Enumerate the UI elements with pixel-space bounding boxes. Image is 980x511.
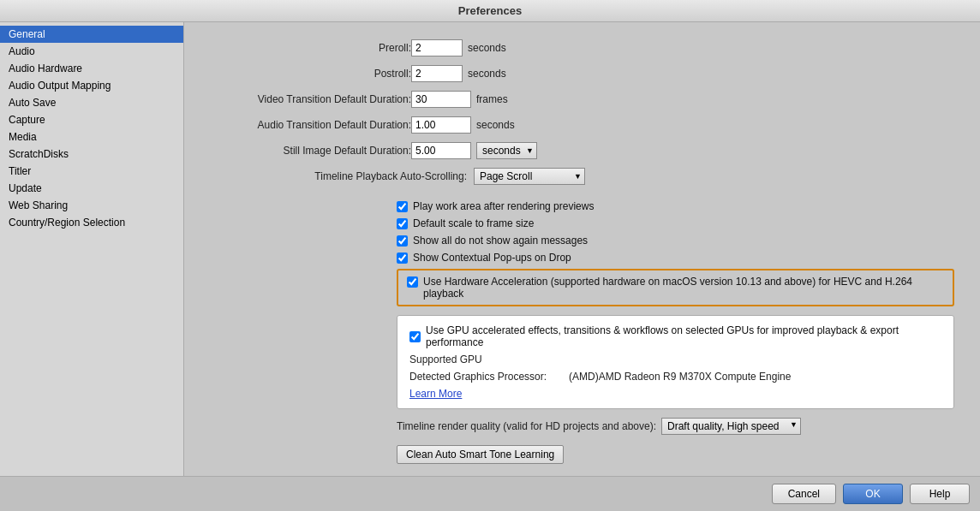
postroll-unit: seconds xyxy=(468,68,506,80)
cb2-checkbox[interactable] xyxy=(397,218,408,229)
tpa-row: Timeline Playback Auto-Scrolling: Page S… xyxy=(201,168,954,185)
cb2-label: Default scale to frame size xyxy=(413,217,534,229)
help-button[interactable]: Help xyxy=(910,484,970,504)
learn-more-link[interactable]: Learn More xyxy=(409,388,462,400)
cb3-row: Show all do not show again messages xyxy=(397,235,954,247)
gpu-box: Use GPU accelerated effects, transitions… xyxy=(397,315,954,409)
cb2-row: Default scale to frame size xyxy=(397,217,954,229)
gpu-cb-row: Use GPU accelerated effects, transitions… xyxy=(409,324,941,348)
cb5-label: Use Hardware Acceleration (supported har… xyxy=(423,276,944,300)
preroll-row: Preroll: seconds xyxy=(201,39,954,56)
render-quality-dropdown[interactable]: Draft quality, High speed Best quality ▼ xyxy=(661,418,801,435)
tpa-dropdown[interactable]: Page Scroll No Scroll Smooth Scroll ▼ xyxy=(474,168,585,185)
preroll-input[interactable] xyxy=(411,39,463,56)
cb4-row: Show Contextual Pop-ups on Drop xyxy=(397,252,954,264)
sid-unit-select[interactable]: seconds frames xyxy=(476,142,537,159)
cb1-label: Play work area after rendering previews xyxy=(413,200,594,212)
vtd-unit: frames xyxy=(476,93,508,105)
postroll-input[interactable] xyxy=(411,65,463,82)
sidebar-item-update[interactable]: Update xyxy=(0,180,183,197)
detected-row: Detected Graphics Processor: (AMD)AMD Ra… xyxy=(409,371,941,383)
atd-unit: seconds xyxy=(476,119,515,131)
sid-row: Still Image Default Duration: seconds fr… xyxy=(201,142,954,159)
sidebar-item-media[interactable]: Media xyxy=(0,128,183,146)
sidebar-item-audio[interactable]: Audio xyxy=(0,43,183,60)
sidebar-item-country-region-selection[interactable]: Country/Region Selection xyxy=(0,214,183,231)
sidebar-item-capture[interactable]: Capture xyxy=(0,111,183,128)
vtd-input[interactable] xyxy=(411,91,471,108)
cb3-checkbox[interactable] xyxy=(397,235,408,247)
sid-unit-dropdown[interactable]: seconds frames ▼ xyxy=(476,142,537,159)
postroll-row: Postroll: seconds xyxy=(201,65,954,82)
cb1-checkbox[interactable] xyxy=(397,201,408,212)
atd-label: Audio Transition Default Duration: xyxy=(201,119,411,131)
atd-input[interactable] xyxy=(411,116,471,134)
postroll-label: Postroll: xyxy=(201,68,411,80)
window-title: Preferences xyxy=(458,4,522,17)
ok-button[interactable]: OK xyxy=(843,484,903,504)
atd-row: Audio Transition Default Duration: secon… xyxy=(201,116,954,134)
sid-label: Still Image Default Duration: xyxy=(201,145,411,157)
supported-gpu-label: Supported GPU xyxy=(409,354,941,365)
sidebar: GeneralAudioAudio HardwareAudio Output M… xyxy=(0,22,184,476)
sidebar-item-auto-save[interactable]: Auto Save xyxy=(0,94,183,111)
sidebar-item-web-sharing[interactable]: Web Sharing xyxy=(0,197,183,214)
cb1-row: Play work area after rendering previews xyxy=(397,200,954,212)
cb3-label: Show all do not show again messages xyxy=(413,235,588,247)
main-content: GeneralAudioAudio HardwareAudio Output M… xyxy=(0,22,980,476)
hw-accel-box: Use Hardware Acceleration (supported har… xyxy=(397,269,954,306)
sidebar-item-audio-hardware[interactable]: Audio Hardware xyxy=(0,60,183,77)
render-quality-label: Timeline render quality (valid for HD pr… xyxy=(397,420,656,432)
detected-label: Detected Graphics Processor: xyxy=(409,371,564,383)
gpu-cb-checkbox[interactable] xyxy=(409,331,421,342)
preroll-label: Preroll: xyxy=(201,42,411,54)
clean-button[interactable]: Clean Auto Smart Tone Learning xyxy=(397,445,564,464)
sidebar-item-audio-output-mapping[interactable]: Audio Output Mapping xyxy=(0,77,183,94)
gpu-cb-label: Use GPU accelerated effects, transitions… xyxy=(426,324,941,348)
sidebar-item-titler[interactable]: Titler xyxy=(0,163,183,180)
tpa-label: Timeline Playback Auto-Scrolling: xyxy=(201,170,467,182)
tpa-select[interactable]: Page Scroll No Scroll Smooth Scroll xyxy=(474,168,585,185)
cancel-button[interactable]: Cancel xyxy=(772,484,836,504)
sidebar-item-scratchdisks[interactable]: ScratchDisks xyxy=(0,146,183,163)
render-quality-row: Timeline render quality (valid for HD pr… xyxy=(397,418,954,435)
preroll-unit: seconds xyxy=(468,42,506,54)
detected-value: (AMD)AMD Radeon R9 M370X Compute Engine xyxy=(569,371,791,383)
render-quality-select[interactable]: Draft quality, High speed Best quality xyxy=(661,418,801,435)
vtd-row: Video Transition Default Duration: frame… xyxy=(201,91,954,108)
cb4-checkbox[interactable] xyxy=(397,253,408,264)
content-area: Preroll: seconds Postroll: seconds Video… xyxy=(184,22,980,476)
sidebar-item-general[interactable]: General xyxy=(0,26,183,43)
cb5-row: Use Hardware Acceleration (supported har… xyxy=(407,276,944,300)
title-bar: Preferences xyxy=(0,0,980,22)
sid-input[interactable] xyxy=(411,142,471,159)
cb4-label: Show Contextual Pop-ups on Drop xyxy=(413,252,571,264)
cb5-checkbox[interactable] xyxy=(407,276,418,288)
bottom-bar: Cancel OK Help xyxy=(0,476,980,511)
vtd-label: Video Transition Default Duration: xyxy=(201,93,411,105)
